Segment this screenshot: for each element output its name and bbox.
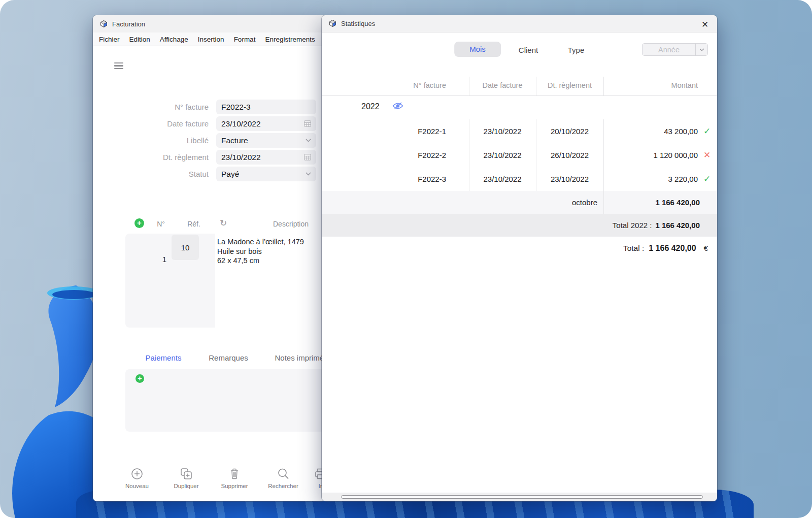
facturation-window-title: Facturation	[112, 20, 145, 28]
item-description-line: Huile sur bois	[217, 247, 304, 256]
stats-tab-type[interactable]: Type	[568, 46, 585, 54]
column-divider	[603, 119, 604, 191]
rechercher-button[interactable]: Rechercher	[264, 467, 302, 489]
invoice-number-field[interactable]: F2022-3	[216, 100, 316, 114]
invoice-date-label: Date facture	[167, 119, 209, 128]
year-total-value: 1 166 420,00	[655, 221, 700, 230]
row-dt-reglement: 20/10/2022	[536, 127, 603, 136]
status-select[interactable]: Payé	[216, 167, 316, 181]
row-num-facture: F2022-1	[322, 127, 469, 136]
tab-remarques[interactable]: Remarques	[209, 353, 248, 362]
year-total-row: Total 2022 : 1 166 420,00	[322, 214, 717, 237]
item-description-cell[interactable]: La Madone à l’œillet, 1479 Huile sur boi…	[217, 237, 304, 266]
invoice-date-field[interactable]: 23/10/2022	[216, 116, 316, 131]
row-montant: 43 200,00	[664, 127, 698, 136]
column-divider	[536, 77, 536, 95]
tab-notes-imprimees[interactable]: Notes imprimée	[275, 353, 326, 362]
menu-enregistrements[interactable]: Enregistrements	[265, 36, 315, 43]
header-date-facture: Date facture	[469, 81, 536, 89]
settlement-date-field[interactable]: 23/10/2022	[216, 150, 316, 165]
horizontal-scrollbar-thumb[interactable]	[341, 495, 703, 499]
table-row[interactable]: F2022-3 23/10/2022 23/10/2022 3 220,00 ✓	[322, 167, 717, 191]
paid-status-icon: ✓	[702, 175, 712, 183]
plus-icon: +	[137, 219, 142, 226]
tab-paiements[interactable]: Paiements	[146, 353, 182, 362]
row-num-facture: F2022-2	[322, 151, 469, 159]
row-dt-reglement: 23/10/2022	[536, 175, 603, 183]
table-row[interactable]: F2022-2 23/10/2022 26/10/2022 1 120 000,…	[322, 143, 717, 167]
add-payment-button[interactable]: +	[136, 374, 144, 383]
add-item-button[interactable]: +	[134, 218, 144, 228]
menu-format[interactable]: Format	[234, 36, 256, 43]
year-group-row: 2022	[322, 95, 717, 119]
year-filter-dropdown[interactable]: Année	[642, 43, 708, 56]
year-group-label: 2022	[361, 102, 380, 111]
supprimer-button[interactable]: Supprimer	[215, 467, 254, 489]
label-type-label: Libellé	[187, 136, 209, 145]
form-row-settlement-date: Dt. règlement 23/10/2022	[93, 150, 326, 165]
item-ref-cell[interactable]: 10	[172, 235, 199, 260]
row-dt-reglement: 26/10/2022	[536, 151, 603, 159]
menu-affichage[interactable]: Affichage	[160, 36, 188, 43]
supprimer-label: Supprimer	[221, 483, 248, 489]
stats-tab-mois[interactable]: Mois	[454, 42, 501, 57]
invoice-number-label: N° facture	[175, 103, 209, 111]
horizontal-scrollbar-track[interactable]	[322, 493, 717, 501]
calendar-icon[interactable]	[304, 154, 311, 160]
trash-icon	[228, 467, 241, 480]
menu-insertion[interactable]: Insertion	[198, 36, 224, 43]
column-divider	[469, 77, 469, 95]
eye-off-icon	[392, 102, 403, 110]
duplicate-icon	[180, 467, 193, 480]
table-row[interactable]: F2022-1 23/10/2022 20/10/2022 43 200,00 …	[322, 119, 717, 143]
payments-panel: +	[125, 369, 326, 432]
month-subtotal-row: octobre 1 166 420,00	[322, 191, 717, 214]
grand-total-row: Total : 1 166 420,00 €	[322, 237, 717, 260]
menu-fichier[interactable]: Fichier	[99, 36, 120, 43]
close-icon: ✕	[701, 20, 708, 29]
stats-table-header: N° facture Date facture Dt. règlement Mo…	[322, 75, 717, 95]
month-subtotal-value: 1 166 420,00	[603, 198, 717, 207]
row-num-facture: F2022-3	[322, 175, 469, 183]
year-filter-placeholder: Année	[642, 46, 695, 54]
header-montant: Montant	[603, 81, 717, 89]
row-date-facture: 23/10/2022	[469, 127, 536, 136]
form-row-invoice-date: Date facture 23/10/2022	[93, 116, 326, 131]
calendar-icon[interactable]	[304, 120, 311, 127]
menu-edition[interactable]: Edition	[129, 36, 150, 43]
stats-tab-client[interactable]: Client	[519, 46, 538, 54]
form-row-status: Statut Payé	[93, 167, 326, 181]
facturation-menubar: Fichier Edition Affichage Insertion Form…	[93, 33, 326, 46]
chevron-down-icon	[695, 44, 707, 55]
facturation-titlebar[interactable]: Facturation	[93, 15, 326, 33]
close-button[interactable]: ✕	[699, 19, 711, 30]
settlement-date-label: Dt. règlement	[163, 153, 209, 161]
new-record-icon	[130, 467, 144, 480]
grand-total-value: 1 166 420,00	[649, 244, 696, 253]
label-type-select[interactable]: Facture	[216, 133, 316, 148]
paid-status-icon: ✓	[702, 127, 712, 136]
column-divider	[603, 77, 604, 95]
header-dt-reglement: Dt. règlement	[536, 81, 603, 89]
items-header-description: Description	[273, 220, 309, 228]
items-header-num: N°	[157, 220, 165, 228]
toggle-visibility-button[interactable]	[392, 102, 403, 112]
unpaid-status-icon: ✕	[702, 151, 712, 159]
row-date-facture: 23/10/2022	[469, 175, 536, 183]
items-header-ref: Réf.	[187, 220, 200, 228]
hamburger-menu-icon[interactable]	[114, 62, 123, 69]
statistiques-window: Statistiques ✕ Mois Client Type Année N°…	[322, 15, 717, 501]
header-num-facture: N° facture	[322, 81, 469, 89]
row-montant: 3 220,00	[668, 175, 698, 183]
plus-icon: +	[138, 374, 142, 382]
year-total-label: Total 2022 :	[613, 221, 652, 230]
statistiques-titlebar[interactable]: Statistiques	[322, 15, 717, 33]
app-icon	[328, 19, 337, 28]
chevron-down-icon	[306, 139, 311, 142]
dupliquer-button[interactable]: Dupliquer	[167, 467, 206, 489]
row-montant: 1 120 000,00	[653, 151, 698, 159]
grand-total-label: Total :	[623, 244, 644, 253]
nouveau-button[interactable]: Nouveau	[118, 467, 156, 489]
facturation-window: Facturation Fichier Edition Affichage In…	[93, 15, 326, 501]
refresh-icon[interactable]: ↻	[220, 218, 227, 228]
